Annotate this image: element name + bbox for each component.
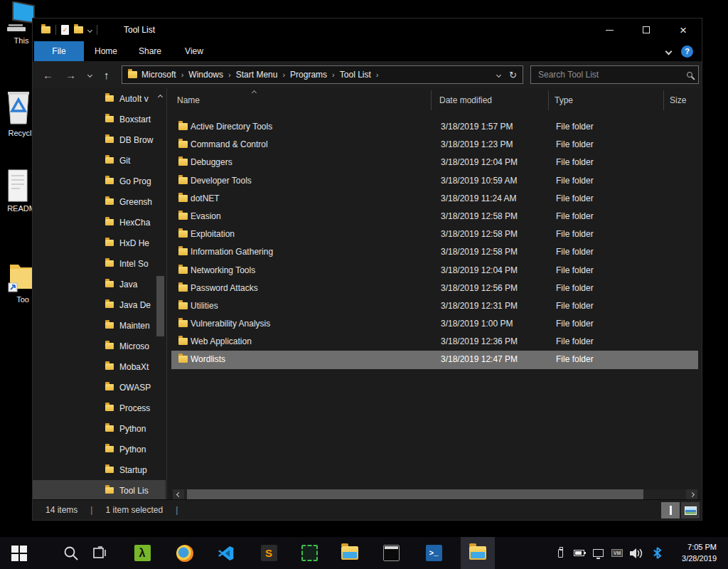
breadcrumb-segment[interactable]: Start Menu [236, 70, 278, 80]
breadcrumb-chevron-icon[interactable]: › [332, 70, 335, 79]
maximize-button[interactable] [628, 18, 665, 41]
search-box[interactable] [530, 65, 699, 84]
breadcrumb-segment[interactable]: Windows [188, 70, 223, 80]
file-row[interactable]: Networking Tools3/18/2019 12:04 PMFile f… [171, 262, 698, 280]
file-row[interactable]: Wordlists3/18/2019 12:47 PMFile folder [171, 351, 698, 368]
tree-item[interactable]: HxD He [33, 233, 166, 253]
up-button[interactable]: ↑ [104, 69, 109, 81]
tab-home[interactable]: Home [84, 41, 128, 61]
recent-locations-icon[interactable] [87, 72, 92, 77]
file-row[interactable]: Active Directory Tools3/18/2019 1:57 PMF… [171, 118, 698, 136]
column-header-date[interactable]: Date modified [439, 88, 492, 112]
taskbar-firefox-button[interactable] [171, 537, 199, 569]
taskbar-cmder-button[interactable]: λ [128, 537, 156, 569]
file-row[interactable]: Command & Control3/18/2019 1:23 PMFile f… [171, 136, 698, 154]
file-row[interactable]: Password Attacks3/18/2019 12:56 PMFile f… [171, 280, 698, 297]
folder-icon [178, 195, 188, 202]
tree-item[interactable]: Greensh [33, 191, 166, 212]
file-row[interactable]: Developer Tools3/18/2019 10:59 AMFile fo… [171, 172, 698, 190]
tree-item[interactable]: Git [33, 150, 166, 171]
minimize-button[interactable] [591, 18, 628, 41]
start-button[interactable] [5, 537, 33, 569]
help-icon[interactable]: ? [681, 46, 693, 58]
taskbar-clock[interactable]: 7:05 PM 3/28/2019 [668, 537, 722, 569]
tab-share[interactable]: Share [128, 41, 172, 61]
file-row[interactable]: Vulnerability Analysis3/18/2019 1:00 PMF… [171, 315, 698, 333]
tray-usb-icon[interactable] [552, 537, 569, 569]
breadcrumb-segment[interactable]: Tool List [340, 70, 371, 80]
tree-item[interactable]: AutoIt v [33, 88, 166, 109]
tree-item[interactable]: OWASP [33, 377, 166, 398]
taskbar-cmd-button[interactable] [377, 537, 405, 569]
search-icon[interactable] [687, 72, 692, 78]
refresh-icon[interactable]: ↻ [509, 70, 517, 80]
breadcrumb-chevron-icon[interactable]: › [282, 70, 285, 79]
taskbar-file-explorer-active-button[interactable] [461, 537, 495, 569]
scroll-right-icon[interactable] [686, 489, 697, 499]
tree-item[interactable]: Python [33, 418, 166, 439]
taskbar-search-button[interactable] [57, 537, 85, 569]
tree-item[interactable]: Process [33, 398, 166, 418]
title-bar[interactable]: ✓ Tool List × [33, 18, 702, 41]
qat-folder-icon[interactable] [41, 26, 50, 33]
qat-properties-icon[interactable]: ✓ [61, 25, 69, 35]
tray-bluetooth-icon[interactable] [648, 537, 665, 569]
tree-item[interactable]: Python [33, 439, 166, 459]
tree-item[interactable]: Java [33, 274, 166, 294]
tray-network-icon[interactable] [589, 537, 607, 569]
tree-item[interactable]: MobaXt [33, 356, 166, 377]
tree-item[interactable]: Go Prog [33, 171, 166, 191]
taskbar-file-explorer-button[interactable] [336, 537, 364, 569]
tree-item[interactable]: Microso [33, 336, 166, 356]
address-dropdown-icon[interactable] [496, 72, 501, 77]
details-view-button[interactable] [661, 502, 680, 519]
taskbar-sublime-button[interactable]: S [255, 537, 283, 569]
qat-new-folder-icon[interactable] [74, 26, 83, 33]
file-row[interactable]: Information Gathering3/18/2019 12:58 PMF… [171, 243, 698, 261]
breadcrumb-segment[interactable]: Microsoft [141, 70, 176, 80]
task-view-button[interactable] [85, 537, 114, 569]
breadcrumb-chevron-icon[interactable]: › [181, 70, 184, 79]
column-header-name[interactable]: Name [177, 88, 200, 112]
column-header-type[interactable]: Type [555, 88, 573, 112]
scroll-left-icon[interactable] [173, 489, 184, 499]
breadcrumb-chevron-icon[interactable]: › [228, 70, 231, 79]
horizontal-scrollbar[interactable] [173, 489, 697, 499]
taskbar-greenshot-button[interactable] [295, 537, 323, 569]
column-header-size[interactable]: Size [670, 88, 686, 112]
tree-item[interactable]: Java De [33, 294, 166, 315]
tab-file[interactable]: File [34, 41, 84, 61]
forward-button[interactable]: → [65, 69, 76, 81]
tree-item[interactable]: Boxstart [33, 109, 166, 129]
tree-item[interactable]: DB Brow [33, 129, 166, 150]
desktop-icon-recycle-bin[interactable]: Recycl [4, 90, 36, 137]
file-row[interactable]: Evasion3/18/2019 12:58 PMFile folder [171, 208, 698, 225]
breadcrumb-segment[interactable]: Programs [290, 70, 327, 80]
address-bar[interactable]: Microsoft›Windows›Start Menu›Programs›To… [122, 65, 523, 84]
thumbnails-view-button[interactable] [681, 502, 700, 519]
tray-vm-icon[interactable]: VM [609, 537, 626, 569]
tree-item[interactable]: Intel So [33, 253, 166, 274]
tray-battery-icon[interactable] [570, 537, 587, 569]
taskbar-powershell-button[interactable]: >_ [419, 537, 448, 569]
horizontal-scrollbar-thumb[interactable] [187, 489, 643, 499]
search-input[interactable] [537, 69, 687, 80]
tab-view[interactable]: View [172, 41, 216, 61]
file-row[interactable]: Web Application3/18/2019 12:36 PMFile fo… [171, 333, 698, 351]
tree-item[interactable]: Tool Lis [33, 480, 166, 501]
tray-volume-icon[interactable] [627, 537, 646, 569]
tree-item[interactable]: Startup [33, 459, 166, 480]
tree-item[interactable]: HexCha [33, 212, 166, 233]
file-row[interactable]: Utilities3/18/2019 12:31 PMFile folder [171, 297, 698, 315]
tree-item[interactable]: Mainten [33, 315, 166, 336]
folder-icon [178, 213, 188, 220]
ribbon-collapse-icon[interactable] [665, 48, 673, 55]
taskbar-vscode-button[interactable] [212, 537, 240, 569]
close-button[interactable]: × [665, 18, 702, 41]
breadcrumb-chevron-icon[interactable]: › [376, 70, 379, 79]
file-row[interactable]: Debuggers3/18/2019 12:04 PMFile folder [171, 154, 698, 171]
back-button[interactable]: ← [43, 69, 53, 81]
qat-customize-caret-icon[interactable] [87, 27, 92, 32]
file-row[interactable]: dotNET3/18/2019 11:24 AMFile folder [171, 190, 698, 208]
file-row[interactable]: Exploitation3/18/2019 12:58 PMFile folde… [171, 225, 698, 243]
